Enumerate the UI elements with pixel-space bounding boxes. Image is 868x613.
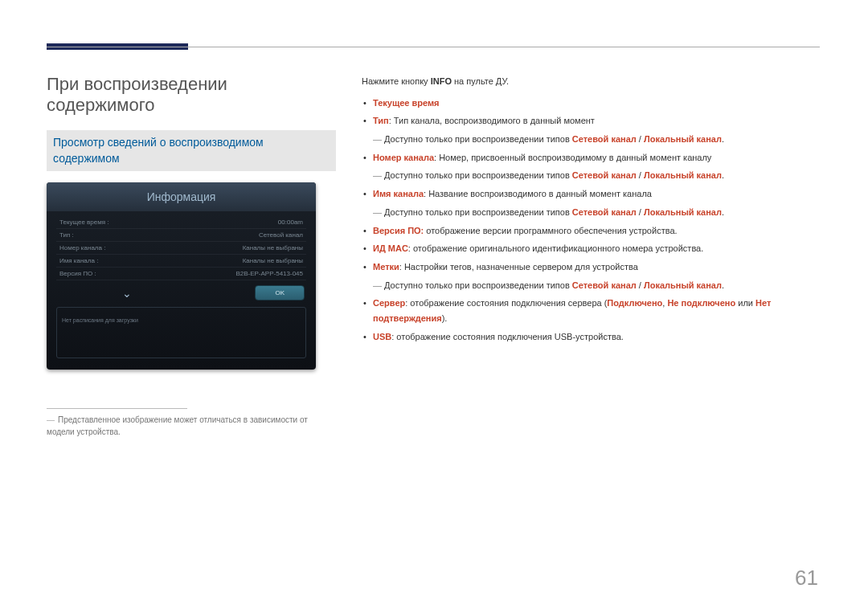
mock-row: Текущее время : 00:00am [56, 216, 306, 229]
text: : отображение состояния подключения USB-… [391, 332, 624, 341]
sub-item: Доступно только при воспроизведении типо… [362, 132, 820, 147]
intro-bold: INFO [431, 76, 452, 86]
sub-text: Доступно только при воспроизведении типо… [384, 207, 572, 217]
mock-value: Каналы не выбраны [243, 244, 303, 251]
list-item: ИД MAC: отображение оригинального иденти… [362, 241, 820, 256]
slash: / [637, 134, 644, 144]
mock-label: Версия ПО : [59, 270, 96, 277]
mock-value: 00:00am [278, 219, 303, 226]
label-usb: USB [373, 332, 391, 341]
label-current-time: Текущее время [373, 98, 440, 108]
mockup-title: Информация [47, 182, 316, 211]
text: : Настройки тегов, назначенные сервером … [399, 262, 638, 272]
sub-text: Доступно только при воспроизведении типо… [384, 134, 572, 144]
label-mac: ИД MAC [373, 243, 408, 253]
text: : Номер, присвоенный воспроизводимому в … [434, 153, 711, 162]
label-tags: Метки [373, 262, 399, 272]
close-paren: ). [442, 313, 448, 323]
sub-item: Доступно только при воспроизведении типо… [362, 205, 820, 220]
net-channel: Сетевой канал [572, 280, 637, 290]
mock-row: Номер канала : Каналы не выбраны [56, 242, 306, 255]
slash: / [637, 280, 644, 290]
mockup-footer-text: Нет расписания для загрузки [62, 317, 138, 323]
info-panel-mockup: Информация Текущее время : 00:00am Тип :… [47, 182, 316, 370]
text: : Название воспроизводимого в данный мом… [424, 189, 652, 198]
sub-text: Доступно только при воспроизведении типо… [384, 280, 572, 290]
or: или [735, 298, 755, 308]
sub-text: Доступно только при воспроизведении типо… [384, 170, 572, 180]
slash: / [637, 207, 644, 217]
slash: / [637, 170, 644, 180]
sub-item: Доступно только при воспроизведении типо… [362, 278, 820, 293]
mock-row: Имя канала : Каналы не выбраны [56, 255, 306, 268]
mock-label: Тип : [59, 231, 74, 239]
not-connected: Не подключено [667, 298, 735, 308]
intro-suffix: на пульте ДУ. [452, 76, 509, 86]
footnote-dash: ― [47, 415, 55, 424]
header-line [47, 47, 820, 47]
net-channel: Сетевой канал [572, 170, 637, 180]
net-channel: Сетевой канал [572, 207, 637, 217]
list-item: Тип: Тип канала, воспроизводимого в данн… [362, 113, 820, 129]
footnote-text: Представленное изображение может отличат… [47, 415, 308, 436]
period: . [722, 134, 724, 144]
list-item: Метки: Настройки тегов, назначенные серв… [362, 260, 820, 275]
page-title: При воспроизведении содержимого [47, 74, 336, 116]
period: . [722, 207, 724, 217]
list-item: Номер канала: Номер, присвоенный воспрои… [362, 150, 820, 166]
net-channel: Сетевой канал [572, 134, 637, 144]
list-item: Сервер: отображение состояния подключени… [362, 296, 820, 325]
footnote: ―Представленное изображение может отлича… [47, 414, 336, 438]
label-chname: Имя канала [373, 189, 424, 198]
period: . [722, 170, 724, 180]
connected: Подключено [607, 298, 662, 308]
mock-label: Имя канала : [59, 257, 98, 264]
chevron-down-icon: ⌄ [122, 287, 132, 300]
list-item: Имя канала: Название воспроизводимого в … [362, 186, 820, 202]
mock-value: B2B-EP-APP-5413-045 [235, 270, 303, 277]
local-channel: Локальный канал [644, 134, 722, 144]
intro-text: Нажмите кнопку INFO на пульте ДУ. [362, 74, 820, 89]
list-item: Версия ПО: отображение версии программно… [362, 223, 820, 239]
ok-button: OK [255, 285, 305, 300]
footnote-divider [47, 408, 187, 409]
mockup-footer: Нет расписания для загрузки [56, 307, 306, 358]
mock-label: Номер канала : [59, 244, 105, 251]
mock-value: Сетевой канал [259, 231, 303, 239]
mock-row: Тип : Сетевой канал [56, 229, 306, 242]
list-item: USB: отображение состояния подключения U… [362, 329, 820, 345]
mock-row: Версия ПО : B2B-EP-APP-5413-045 [56, 268, 306, 280]
list-item: Текущее время [362, 96, 820, 111]
local-channel: Локальный канал [644, 280, 722, 290]
label-version: Версия ПО: [373, 226, 424, 235]
page-number: 61 [795, 566, 818, 591]
section-subtitle: Просмотр сведений о воспроизводимом соде… [47, 130, 336, 171]
label-server: Сервер [373, 298, 405, 308]
text: : отображение оригинального идентификаци… [408, 243, 703, 253]
text: : отображение состояния подключения серв… [405, 298, 607, 308]
local-channel: Локальный канал [644, 207, 722, 217]
local-channel: Локальный канал [644, 170, 722, 180]
label-type: Тип [373, 116, 389, 125]
mock-label: Текущее время : [59, 219, 109, 226]
period: . [722, 280, 724, 290]
intro-prefix: Нажмите кнопку [362, 76, 431, 86]
label-chnum: Номер канала [373, 153, 434, 162]
text: отображение версии программного обеспече… [424, 226, 677, 235]
text: : Тип канала, воспроизводимого в данный … [389, 116, 595, 125]
sub-item: Доступно только при воспроизведении типо… [362, 168, 820, 183]
mock-value: Каналы не выбраны [243, 257, 303, 264]
